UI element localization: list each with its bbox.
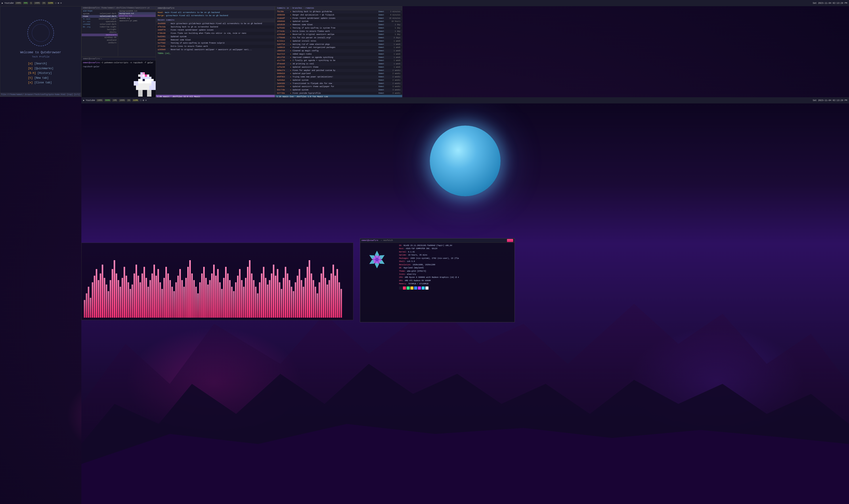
- term-prompt: emmet@snowfire:~$ pokemon-colorscripts -…: [83, 61, 161, 65]
- tag-5[interactable]: 1%: [42, 2, 46, 4]
- log-row[interactable]: 22a6e0f✦Fixes recent qutebrowser update …: [275, 17, 402, 20]
- qb-moon-inner: [32, 24, 50, 42]
- viz-bar: [259, 282, 260, 318]
- svg-rect-10: [143, 72, 145, 74]
- midbar-tag-4[interactable]: 100%: [119, 99, 125, 102]
- log-row[interactable]: b00e274✦Fixes for waybar and patched cus…: [275, 69, 402, 72]
- file-item[interactable]: windows-95: [82, 36, 118, 39]
- viz-bar: [233, 291, 235, 318]
- log-row[interactable]: 9ea7213✦Added magit-todosEmmet1 week: [275, 53, 402, 56]
- commit-row[interactable]: ef0c5daSwitching back to gh as screensho…: [156, 25, 275, 29]
- log-row[interactable]: 8c31bce✦Updated install notesEmmet1 week: [275, 40, 402, 43]
- viz-bar: [227, 273, 229, 318]
- topbar-app-name: Youtube: [4, 2, 14, 4]
- log-row[interactable]: b080d10✦Updated pyprlandEmmet2 weeks: [275, 72, 402, 75]
- git-head-label: Head:: [158, 12, 164, 14]
- viz-bar: [303, 287, 304, 318]
- midbar-tag-1[interactable]: 100%: [96, 99, 103, 102]
- svg-rect-7: [147, 90, 151, 96]
- viz-bar: [299, 269, 300, 318]
- log-row[interactable]: 3a943d4✦Transitioned to flatpak obs for …: [275, 82, 402, 85]
- neofetch-info: OS: NixOS 23.11.20231102.fa6904d (Tapir)…: [399, 244, 513, 290]
- file-item[interactable]: fr-lockselenized-light: [82, 18, 118, 20]
- log-row[interactable]: e50f953✦Trying some new power optimizati…: [275, 75, 402, 79]
- log-row[interactable]: 5d07f18✦Getting rid of some electron pkg…: [275, 43, 402, 46]
- log-row[interactable]: e4e553c✦Updated uwunicorn theme wallpape…: [275, 85, 402, 88]
- viz-bar: [263, 267, 265, 318]
- log-row[interactable]: 5af93d2✦Testing if auto-cpufreq is syste…: [275, 26, 402, 30]
- midbar-tag-3[interactable]: 10%: [112, 99, 118, 102]
- viz-bar: [122, 278, 123, 318]
- file-item-selected[interactable]: themeselenized-dark: [82, 15, 118, 18]
- log-row[interactable]: 498b938✦Ranger dnd optimization + qb fil…: [275, 14, 402, 17]
- log-row[interactable]: b37736e✦Fixes youtube hyprprofileEmmet3 …: [275, 92, 402, 95]
- midbar-tag-2[interactable]: 599%: [104, 99, 111, 102]
- file-item[interactable]: RE-.orgtomorrow-night: [82, 26, 118, 28]
- tag-6[interactable]: 115%: [47, 2, 54, 4]
- file-item[interactable]: ald-hope: [82, 10, 118, 12]
- viz-bar: [88, 287, 89, 318]
- file-item[interactable]: LICENSEsolarized-dark: [82, 23, 118, 26]
- viz-bar: [261, 273, 263, 318]
- log-row[interactable]: df4eee8✦3d printing is coolEmmet1 week: [275, 62, 402, 66]
- viz-bar: [229, 280, 231, 318]
- viz-bar: [241, 280, 242, 318]
- commit-row[interactable]: 8700c08Fixes flake not building when fla…: [156, 32, 275, 35]
- log-row[interactable]: b3c77de✦Updated systemEmmet3 weeks: [275, 88, 402, 92]
- tag-1[interactable]: 100%: [15, 2, 22, 4]
- qb-menu-newtab[interactable]: [t] [New tab]: [28, 76, 53, 81]
- svg-rect-12: [134, 81, 138, 86]
- log-row[interactable]: 5a94da4✦Updated systemEmmet2 weeks: [275, 79, 402, 82]
- commit-row[interactable]: 5a7f9d2Testing if auto-cpufreq is system…: [156, 41, 275, 45]
- log-row[interactable]: f9c38e✦Switching back to gh/main github/…: [275, 10, 402, 14]
- commit-row[interactable]: dee0888main gitea/main gitlab/main githu…: [156, 22, 275, 25]
- file-item[interactable]: ubuntu: [82, 31, 118, 34]
- log-row[interactable]: cefa230✦Updated uwunicorn themeEmmet1 we…: [275, 66, 402, 69]
- viz-bar: [179, 269, 181, 318]
- viz-bar: [130, 289, 131, 318]
- log-row[interactable]: 49b8040✦Updated systemEmmet18 hours: [275, 20, 402, 23]
- viz-bar: [328, 280, 330, 318]
- viz-bar: [207, 285, 209, 318]
- log-row[interactable]: 2774c0c✦Extra lines to ensure flakes wor…: [275, 30, 402, 33]
- viz-bar: [153, 265, 155, 318]
- tag-3[interactable]: 1: [30, 2, 33, 4]
- file-item[interactable]: woodland: [82, 39, 118, 41]
- tag-4[interactable]: 100%: [34, 2, 40, 4]
- qb-menu-history[interactable]: [S-h] [History]: [28, 71, 53, 76]
- log-row[interactable]: a95d638✦Removes some bloatEmmet1 day: [275, 23, 402, 26]
- commit-row[interactable]: a2650e0Reverted to original uwunicorn wa…: [156, 48, 275, 52]
- qb-menu-search[interactable]: [o] [Search]: [28, 61, 53, 66]
- file-item[interactable]: lr-.nixspaceduck: [82, 20, 118, 23]
- midbar-tag-6[interactable]: 115%: [132, 99, 139, 102]
- qb-menu-closetab[interactable]: [x] [Close tab]: [28, 80, 53, 85]
- log-row[interactable]: a265da0✦Reverted to original uwunicorn w…: [275, 33, 402, 36]
- tag-2[interactable]: 99%: [23, 2, 28, 4]
- file-item[interactable]: twilight: [82, 28, 118, 31]
- log-row[interactable]: e011f28✦Improved comment on agenda synct…: [275, 56, 402, 59]
- viz-bar: [106, 285, 107, 318]
- log-row[interactable]: 1a6bb19✦Pinned embark and reorganized pa…: [275, 46, 402, 49]
- app-icon: ▶: [2, 2, 3, 4]
- midbar-tag-5[interactable]: 1%: [127, 99, 131, 102]
- file-item[interactable]: systemselenized-dark: [82, 12, 118, 15]
- svg-rect-9: [140, 74, 143, 77]
- viz-bar: [173, 291, 175, 318]
- log-row[interactable]: c7f0940✦Fix for nix parser on install.or…: [275, 36, 402, 40]
- qb-menu-quickmarks[interactable]: [b] [Quickmarks]: [28, 66, 53, 71]
- git-head-value: main Fixed all screenshots to be on gh b…: [165, 12, 219, 14]
- files-header: emmet@snowfire /home/emmet/.dotfiles/the…: [82, 6, 163, 10]
- commit-row[interactable]: a95dd60Removed some bloat: [156, 38, 275, 42]
- viz-bar: [156, 276, 157, 318]
- viz-bar: [183, 287, 185, 318]
- commit-row[interactable]: 2774c0cExtra lines to ensure flakes work: [156, 45, 275, 48]
- qb-content: Welcome to Qutebrowser Tech Profile [o] …: [0, 6, 81, 96]
- window-qutebrowser: Welcome to Qutebrowser Tech Profile [o] …: [0, 6, 82, 97]
- log-row[interactable]: c80d318✦Cleaned up magit configEmmet1 we…: [275, 49, 402, 53]
- file-item-uwunicorn[interactable]: uwunicorn: [82, 34, 118, 36]
- commit-row[interactable]: 4460f70Fixes recent qutebrowser update i…: [156, 29, 275, 32]
- log-row[interactable]: e1c7759✦I finally got agenda + syncthing…: [275, 59, 402, 62]
- file-item[interactable]: zenburn: [82, 41, 118, 44]
- commit-row[interactable]: bad2001Updated system: [156, 35, 275, 38]
- qb-title: Welcome to Qutebrowser: [20, 51, 61, 54]
